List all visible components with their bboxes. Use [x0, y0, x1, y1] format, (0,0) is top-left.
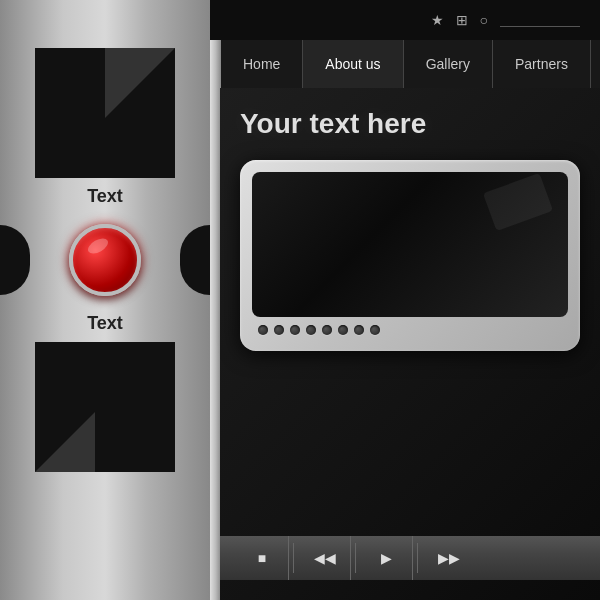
transport-section-rewind: ◀◀ [298, 536, 351, 580]
oval-cutout-right [180, 225, 210, 295]
main-title: Your text here [240, 108, 580, 140]
nav-item-about[interactable]: About us [303, 40, 403, 88]
panel-middle [0, 215, 210, 305]
transport-divider-3 [417, 543, 418, 573]
fastforward-button[interactable]: ▶▶ [438, 550, 458, 566]
bottom-text-label: Text [87, 313, 123, 334]
left-panel: Text Text [0, 0, 210, 600]
oval-cutout-left [0, 225, 30, 295]
print-icon[interactable]: ⊞ [456, 12, 468, 28]
page-wrapper: ★ ⊞ ○ Home About us Gallery Partners Tex… [0, 0, 600, 600]
transport-divider-1 [293, 543, 294, 573]
nav-bar: Home About us Gallery Partners [220, 40, 600, 88]
nav-item-home[interactable]: Home [220, 40, 303, 88]
transport-bar: ■ ◀◀ ▶ ▶▶ [220, 536, 600, 580]
top-text-label: Text [87, 186, 123, 207]
stop-button[interactable]: ■ [252, 550, 272, 566]
nav-item-gallery[interactable]: Gallery [404, 40, 493, 88]
transport-divider-2 [355, 543, 356, 573]
bottom-image-box [35, 342, 175, 472]
transport-section-play: ▶ [360, 536, 413, 580]
video-dot-7[interactable] [354, 325, 364, 335]
video-dot-5[interactable] [322, 325, 332, 335]
video-dot-4[interactable] [306, 325, 316, 335]
red-button[interactable] [69, 224, 141, 296]
search-icon[interactable]: ○ [480, 12, 488, 28]
video-screen[interactable] [252, 172, 568, 317]
right-content: Your text here [220, 88, 600, 600]
transport-section-ff: ▶▶ [422, 536, 474, 580]
star-icon[interactable]: ★ [431, 12, 444, 28]
video-dots [252, 317, 568, 339]
top-image-box [35, 48, 175, 178]
video-player [240, 160, 580, 351]
search-input[interactable] [500, 14, 580, 27]
rewind-button[interactable]: ◀◀ [314, 550, 334, 566]
video-dot-3[interactable] [290, 325, 300, 335]
play-button[interactable]: ▶ [376, 550, 396, 566]
transport-section-stop: ■ [236, 536, 289, 580]
video-dot-1[interactable] [258, 325, 268, 335]
video-dot-2[interactable] [274, 325, 284, 335]
video-dot-8[interactable] [370, 325, 380, 335]
nav-item-partners[interactable]: Partners [493, 40, 591, 88]
video-dot-6[interactable] [338, 325, 348, 335]
